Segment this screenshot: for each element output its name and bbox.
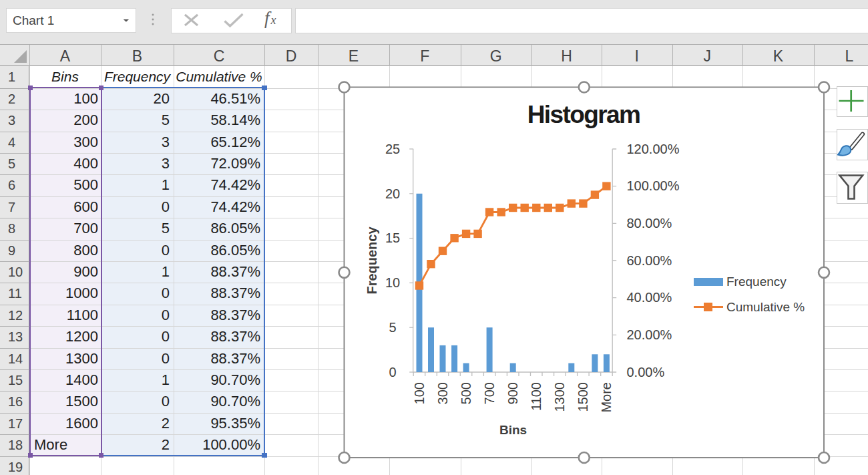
svg-text:60.00%: 60.00% [627, 253, 672, 268]
svg-text:10: 10 [385, 275, 400, 290]
svg-text:500: 500 [459, 382, 473, 404]
svg-text:1300: 1300 [552, 382, 567, 412]
svg-text:15: 15 [385, 230, 400, 245]
svg-text:20.00%: 20.00% [627, 327, 672, 342]
svg-text:1100: 1100 [529, 382, 544, 411]
svg-text:Histogram: Histogram [527, 101, 640, 128]
svg-text:5: 5 [389, 320, 396, 335]
svg-text:120.00%: 120.00% [627, 142, 680, 156]
svg-text:More: More [599, 382, 614, 413]
svg-text:900: 900 [505, 382, 520, 404]
svg-text:20: 20 [385, 186, 400, 201]
svg-text:100: 100 [412, 382, 427, 404]
svg-text:300: 300 [435, 382, 450, 404]
svg-text:40.00%: 40.00% [627, 290, 672, 305]
svg-text:100.00%: 100.00% [627, 178, 680, 193]
svg-text:Frequency: Frequency [365, 226, 379, 295]
svg-text:Cumulative %: Cumulative % [726, 300, 805, 314]
svg-text:80.00%: 80.00% [627, 216, 672, 230]
svg-text:0: 0 [389, 365, 396, 379]
svg-text:700: 700 [482, 382, 497, 404]
svg-text:0.00%: 0.00% [627, 365, 665, 379]
svg-text:Frequency: Frequency [726, 275, 787, 289]
svg-text:1500: 1500 [576, 382, 590, 412]
svg-text:25: 25 [385, 142, 400, 156]
svg-text:Bins: Bins [499, 423, 527, 437]
